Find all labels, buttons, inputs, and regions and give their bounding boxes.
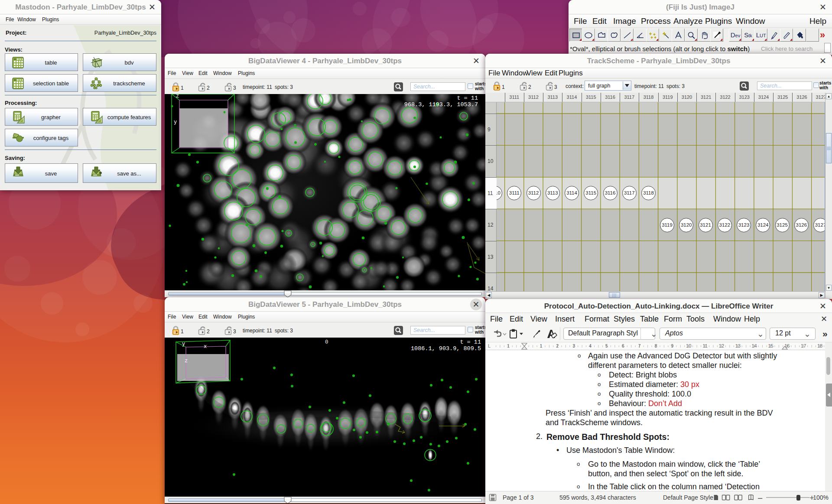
svg-text:1086.1, 903.9, 809.5: 1086.1, 903.9, 809.5 bbox=[411, 345, 481, 352]
svg-text:968.3, 1193.3, 1053.7: 968.3, 1193.3, 1053.7 bbox=[404, 101, 478, 108]
svg-text:z: z bbox=[176, 94, 179, 99]
svg-text:x: x bbox=[204, 344, 207, 350]
svg-text:t = 11: t = 11 bbox=[460, 339, 481, 345]
svg-text:z: z bbox=[185, 358, 188, 364]
svg-text:0: 0 bbox=[325, 96, 328, 102]
svg-text:y: y bbox=[182, 341, 185, 347]
svg-text:y: y bbox=[174, 119, 177, 125]
svg-text:0: 0 bbox=[325, 339, 328, 345]
svg-text:t = 11: t = 11 bbox=[457, 95, 478, 101]
